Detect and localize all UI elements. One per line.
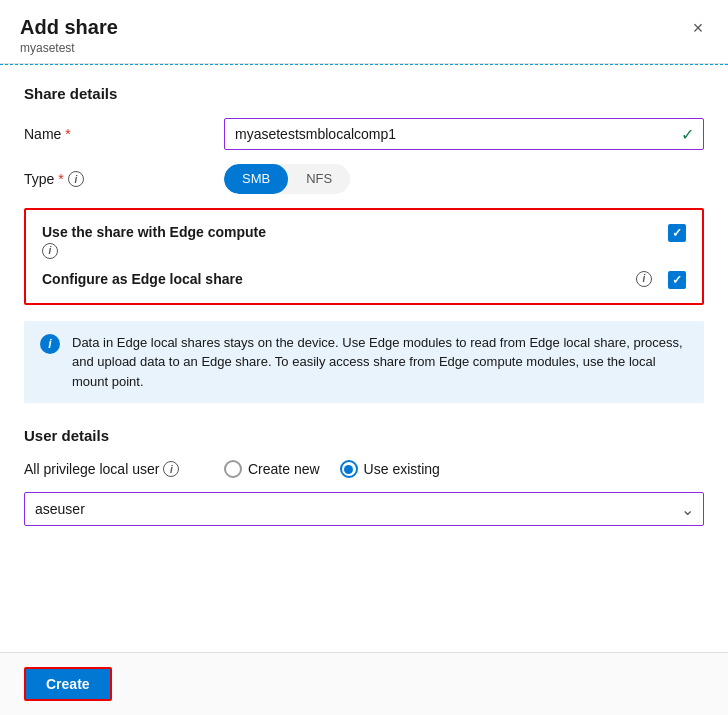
radio-use-existing-label: Use existing: [364, 461, 440, 477]
info-banner-text: Data in Edge local shares stays on the d…: [72, 333, 688, 392]
dialog-title: Add share: [20, 16, 708, 39]
radio-use-existing-circle: [340, 460, 358, 478]
edge-local-label: Configure as Edge local share: [42, 271, 630, 287]
radio-dot: [344, 465, 353, 474]
required-star: *: [65, 126, 70, 142]
edge-compute-label: Use the share with Edge compute: [42, 224, 652, 240]
type-option-smb[interactable]: SMB: [224, 164, 288, 194]
add-share-dialog: Add share myasetest × Share details Name…: [0, 0, 728, 715]
type-toggle-group: SMB NFS: [224, 164, 350, 194]
privilege-row: All privilege local user i Create new Us…: [24, 460, 704, 478]
dialog-subtitle: myasetest: [20, 41, 708, 55]
dialog-header: Add share myasetest ×: [0, 0, 728, 64]
name-input-wrapper: ✓: [224, 118, 704, 150]
radio-create-new-label: Create new: [248, 461, 320, 477]
share-details-title: Share details: [24, 85, 704, 102]
close-button[interactable]: ×: [684, 14, 712, 42]
edge-local-checkbox[interactable]: [668, 271, 686, 289]
user-details-title: User details: [24, 427, 704, 444]
edge-compute-checkbox[interactable]: [668, 224, 686, 242]
name-label: Name *: [24, 126, 224, 142]
name-row: Name * ✓: [24, 118, 704, 150]
dialog-footer: Create: [0, 652, 728, 715]
create-button[interactable]: Create: [24, 667, 112, 701]
name-input[interactable]: [224, 118, 704, 150]
edge-local-row: Configure as Edge local share i: [42, 271, 686, 289]
info-banner-icon: i: [40, 334, 60, 354]
edge-compute-sub: i: [42, 242, 652, 259]
user-select-wrapper: aseuser ⌄: [24, 492, 704, 526]
user-select[interactable]: aseuser: [24, 492, 704, 526]
info-banner: i Data in Edge local shares stays on the…: [24, 321, 704, 404]
type-label: Type * i: [24, 171, 224, 187]
type-info-icon[interactable]: i: [68, 171, 84, 187]
radio-use-existing[interactable]: Use existing: [340, 460, 440, 478]
privilege-label: All privilege local user i: [24, 461, 224, 477]
edge-compute-info-icon[interactable]: i: [42, 243, 58, 259]
type-required-star: *: [58, 171, 63, 187]
edge-local-info-icon[interactable]: i: [636, 271, 652, 287]
check-icon: ✓: [681, 125, 694, 144]
privilege-info-icon[interactable]: i: [163, 461, 179, 477]
radio-create-new[interactable]: Create new: [224, 460, 320, 478]
radio-create-new-circle: [224, 460, 242, 478]
dialog-body: Share details Name * ✓ Type * i SMB NFS: [0, 65, 728, 652]
edge-compute-box: Use the share with Edge compute i Config…: [24, 208, 704, 305]
type-option-nfs[interactable]: NFS: [288, 164, 350, 194]
type-row: Type * i SMB NFS: [24, 164, 704, 194]
edge-compute-row: Use the share with Edge compute i: [42, 224, 686, 259]
radio-group: Create new Use existing: [224, 460, 440, 478]
